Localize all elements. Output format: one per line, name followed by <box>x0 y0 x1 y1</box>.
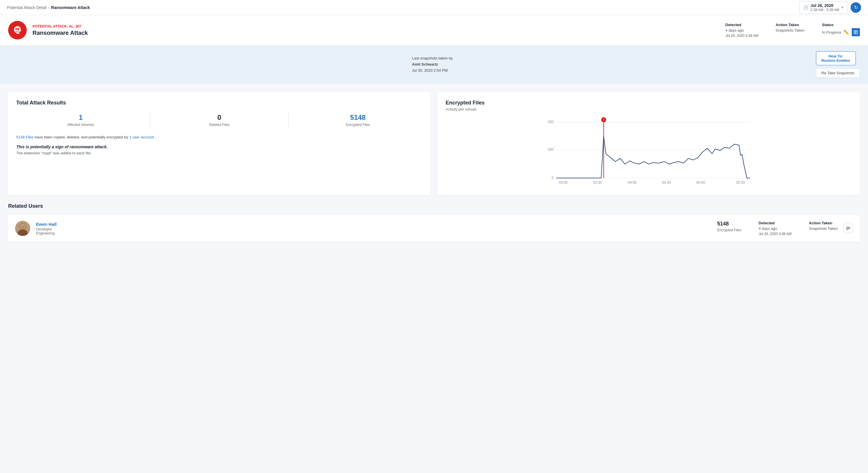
results-title: Total Attack Results <box>16 100 423 106</box>
chart-title: Encrypted Files <box>445 100 852 106</box>
chevron-down-icon: ▾ <box>842 5 843 9</box>
chart-area: 200 100 0 03:00 03:30 04:00 04:30 05:00 … <box>445 117 852 187</box>
user-info: Ewen Hall DeveloperEngineering <box>36 222 711 235</box>
date-label: Jul 26, 2020 <box>810 3 839 8</box>
status-row: In Progress ✏️ <box>822 28 860 36</box>
deleted-files-label: Deleted Files <box>155 123 284 127</box>
svg-text:04:30: 04:30 <box>662 180 671 184</box>
svg-text:03:30: 03:30 <box>593 180 601 184</box>
warning-text: This is potentially a sign of ransomware… <box>16 144 423 149</box>
avatar-image <box>15 221 30 236</box>
status-value: In Progress <box>822 30 841 35</box>
detected-stat: Detected 4 days ago Jul 26, 2020 3:38 AM <box>725 23 758 38</box>
user-role: DeveloperEngineering <box>36 227 711 235</box>
description-middle: have been copied, deleted, and potential… <box>35 135 129 139</box>
stat-divider-1 <box>150 113 150 127</box>
snapshot-info: Last snapshots taken by Amit Schwartz Ju… <box>412 56 804 73</box>
header-stats: Detected 4 days ago Jul 26, 2020 3:38 AM… <box>725 23 860 38</box>
action-taken-label: Action Taken <box>776 23 805 27</box>
encrypted-files-chart: 200 100 0 03:00 03:30 04:00 04:30 05:00 … <box>445 117 852 187</box>
stats-row: 1 Affected Volumes 0 Deleted Files 5148 … <box>16 113 423 127</box>
detected-days: 4 days ago <box>725 28 758 33</box>
user-stats: 5148 Encrypted Files Detected 4 days ago… <box>717 221 838 236</box>
user-detail-button[interactable] <box>844 224 853 233</box>
time-range: 2:38 AM - 5:38 AM <box>810 8 839 12</box>
status-stat: Status In Progress ✏️ <box>822 23 860 36</box>
svg-point-29 <box>20 224 26 230</box>
attack-header: $ POTENTIAL ATTACK: AL_307 Ransomware At… <box>0 15 868 45</box>
attack-icon: $ <box>8 21 27 39</box>
attack-label: POTENTIAL ATTACK: AL_307 <box>33 24 719 28</box>
svg-rect-34 <box>846 229 849 230</box>
snapshot-actions: How To: Restore Entities Re-Take Snapsho… <box>816 52 860 78</box>
user-action-value: Snapshots Taken <box>809 226 838 231</box>
user-card: Ewen Hall DeveloperEngineering 5148 Encr… <box>8 215 860 242</box>
user-action-label: Action Taken <box>809 221 838 225</box>
user-avatar <box>15 221 30 236</box>
affected-volumes-label: Affected Volumes <box>16 123 145 127</box>
svg-text:05:00: 05:00 <box>696 180 705 184</box>
extension-text: The extension "crypt" was added to each … <box>16 151 423 155</box>
user-encrypted-label: Encrypted Files <box>717 228 741 232</box>
how-to-button[interactable]: How To: Restore Entities <box>816 52 856 65</box>
nav-right: 🕐 Jul 26, 2020 2:38 AM - 5:38 AM ▾ ↻ <box>800 1 861 14</box>
top-navigation: Potential Attack Detail / Ransomware Att… <box>0 0 868 15</box>
main-content: Total Attack Results 1 Affected Volumes … <box>0 83 868 203</box>
deleted-files-stat: 0 Deleted Files <box>155 113 284 127</box>
notes-button[interactable] <box>852 28 860 36</box>
user-detected-days: 4 days ago <box>759 226 792 231</box>
description-text: 5148 Files have been copied, deleted, an… <box>16 134 423 140</box>
chart-panel: Encrypted Files Activity per minute 200 … <box>437 92 860 195</box>
svg-rect-32 <box>846 227 850 228</box>
related-users-title: Related Users <box>8 203 860 209</box>
user-detected-date: Jul 26, 2020 3:38 AM <box>759 232 792 236</box>
breadcrumb-current: Ransomware Attack <box>51 5 90 10</box>
svg-rect-33 <box>846 228 850 229</box>
attack-info: POTENTIAL ATTACK: AL_307 Ransomware Atta… <box>33 24 719 36</box>
affected-volumes-count: 1 <box>16 113 145 122</box>
svg-text:04:00: 04:00 <box>628 180 637 184</box>
affected-volumes-stat: 1 Affected Volumes <box>16 113 145 127</box>
attack-name: Ransomware Attack <box>33 30 719 36</box>
svg-point-31 <box>24 226 24 227</box>
user-encrypted-stat: 5148 Encrypted Files <box>717 221 741 232</box>
clock-icon: 🕐 <box>803 5 808 10</box>
svg-text:0: 0 <box>552 176 554 180</box>
detected-label: Detected <box>725 23 758 27</box>
svg-text:05:30: 05:30 <box>736 180 745 184</box>
snapshot-banner: Last snapshots taken by Amit Schwartz Ju… <box>0 45 868 83</box>
status-label: Status <box>822 23 860 27</box>
user-account-link[interactable]: 1 user account <box>129 135 154 139</box>
encrypted-files-count: 5148 <box>293 113 423 122</box>
action-taken-value: Snapshots Taken <box>776 28 805 33</box>
svg-point-30 <box>21 226 22 227</box>
retake-snapshots-button[interactable]: Re-Take Snapshots <box>816 68 860 78</box>
refresh-button[interactable]: ↻ <box>850 2 861 13</box>
breadcrumb-parent[interactable]: Potential Attack Detail <box>7 5 46 10</box>
stat-divider-2 <box>288 113 289 127</box>
user-detected-label: Detected <box>759 221 792 225</box>
related-users-section: Related Users Ewen Hall DeveloperEnginee… <box>0 203 868 250</box>
breadcrumb: Potential Attack Detail / Ransomware Att… <box>7 5 90 10</box>
svg-text:$: $ <box>17 28 19 31</box>
snapshot-taken-by: Last snapshots taken by Amit Schwartz Ju… <box>412 56 804 73</box>
date-selector[interactable]: 🕐 Jul 26, 2020 2:38 AM - 5:38 AM ▾ <box>800 1 847 14</box>
user-encrypted-count: 5148 <box>717 221 741 227</box>
results-panel: Total Attack Results 1 Affected Volumes … <box>8 92 431 195</box>
action-taken-stat: Action Taken Snapshots Taken <box>776 23 805 33</box>
svg-text:200: 200 <box>548 120 554 124</box>
svg-point-1 <box>16 28 17 30</box>
encrypted-files-label: Encrypted Files <box>293 123 423 127</box>
edit-icon[interactable]: ✏️ <box>844 30 849 35</box>
files-link[interactable]: 5148 Files <box>16 135 34 139</box>
breadcrumb-separator: / <box>48 5 50 10</box>
description-end: . <box>155 135 156 139</box>
user-action-stat: Action Taken Snapshots Taken <box>809 221 838 231</box>
date-time-block: Jul 26, 2020 2:38 AM - 5:38 AM <box>810 3 839 12</box>
svg-rect-5 <box>19 33 20 34</box>
deleted-files-count: 0 <box>155 113 284 122</box>
user-name[interactable]: Ewen Hall <box>36 222 711 227</box>
user-detected-stat: Detected 4 days ago Jul 26, 2020 3:38 AM <box>759 221 792 236</box>
chart-subtitle: Activity per minute <box>445 107 852 111</box>
svg-text:!: ! <box>603 118 604 122</box>
